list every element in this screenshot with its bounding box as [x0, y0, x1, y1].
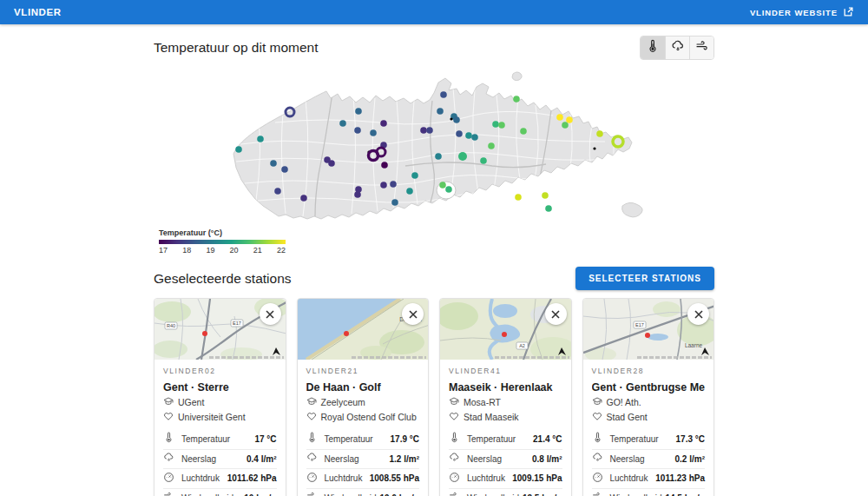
metric-value-temperature: 17.9 °C [391, 434, 419, 444]
metric-label: Neerslag [610, 454, 645, 464]
metric-label: Luchtdruk [181, 473, 220, 483]
select-stations-button[interactable]: SELECTEER STATIONS [575, 267, 714, 290]
station-dot[interactable] [596, 130, 603, 137]
school-icon [163, 396, 174, 408]
station-id: VLINDER21 [306, 367, 420, 375]
station-school: UGent [178, 397, 204, 407]
metric-label: Neerslag [467, 454, 502, 464]
toggle-temperature[interactable] [641, 36, 665, 59]
station-dot-inactive[interactable] [593, 147, 595, 149]
metric-value-temperature: 21.4 °C [533, 434, 562, 444]
station-dot[interactable] [270, 160, 277, 167]
station-metrics: Temperatuur 17.3 °C Neerslag 0.2 l/m² Lu… [592, 429, 706, 496]
remove-station-button[interactable] [687, 303, 709, 325]
map-islet [512, 72, 522, 81]
station-dot[interactable] [542, 192, 549, 199]
station-dot[interactable] [257, 136, 264, 142]
station-dot[interactable] [235, 146, 242, 153]
station-dot[interactable] [406, 188, 413, 195]
metric-label: Luchtdruk [467, 473, 505, 483]
station-metrics: Temperatuur 17.9 °C Neerslag 1.2 l/m² Lu… [306, 429, 420, 496]
station-dot[interactable] [498, 122, 505, 129]
station-dot[interactable] [380, 120, 387, 127]
station-minimap: De Haan [298, 299, 429, 360]
metric-value-precipitation: 0.2 l/m² [675, 454, 705, 464]
heart-icon [449, 411, 459, 423]
station-dot[interactable] [426, 127, 433, 134]
station-minimap: E17 Laarne [583, 299, 714, 360]
station-dot[interactable] [354, 127, 361, 134]
map-legend: Temperatuur (°C) 17 18 19 20 21 22 [159, 228, 286, 255]
station-dot[interactable] [445, 186, 452, 193]
station-dot[interactable] [465, 132, 472, 139]
station-dot[interactable] [515, 194, 522, 201]
station-dot[interactable] [488, 142, 495, 149]
station-dot[interactable] [453, 116, 460, 123]
station-school: Mosa-RT [464, 397, 501, 407]
wind-icon [306, 490, 318, 496]
station-dot-inactive[interactable] [450, 117, 452, 120]
station-dot[interactable] [411, 172, 418, 179]
station-dot[interactable] [339, 120, 346, 127]
legend-tick: 20 [230, 246, 239, 255]
station-location-marker [344, 331, 349, 336]
station-dot[interactable] [456, 130, 463, 137]
place-label: Laarne [684, 342, 702, 348]
station-dot[interactable] [566, 116, 573, 123]
station-dot[interactable] [420, 127, 427, 134]
station-dot[interactable] [439, 182, 446, 188]
app-title: VLINDER [14, 7, 62, 17]
station-dot[interactable] [328, 160, 335, 167]
remove-station-button[interactable] [402, 303, 424, 325]
legend-ticks: 17 18 19 20 21 22 [159, 246, 286, 255]
station-card-vlinder02: R40 E17 VLINDER02 Gent · Sterre UGent [154, 298, 286, 496]
website-link[interactable]: VLINDER WEBSITE [750, 6, 854, 19]
map-attribution [209, 356, 284, 359]
map-attribution [352, 356, 426, 359]
station-dot[interactable] [437, 108, 444, 115]
toggle-precipitation[interactable] [665, 36, 689, 59]
station-dot[interactable] [435, 153, 442, 160]
rain-cloud-icon [449, 451, 460, 466]
station-name: Gent · Gentbrugse Meersen [592, 381, 706, 393]
heart-icon [592, 411, 602, 423]
station-dot[interactable] [281, 166, 288, 173]
map-attribution [495, 356, 569, 359]
station-location-marker [645, 333, 650, 338]
station-dot[interactable] [440, 91, 447, 98]
station-dot[interactable] [354, 191, 361, 198]
close-icon [408, 309, 418, 320]
close-icon [694, 309, 704, 320]
map-attribution [637, 356, 712, 359]
wind-icon [449, 490, 460, 496]
metric-label: Temperatuur [181, 434, 230, 444]
station-dot[interactable] [391, 199, 398, 206]
website-link-label: VLINDER WEBSITE [750, 8, 838, 17]
station-dot[interactable] [545, 205, 552, 212]
station-dot[interactable] [300, 195, 307, 202]
toggle-wind[interactable] [689, 36, 713, 59]
station-dot[interactable] [520, 128, 527, 135]
station-dot[interactable] [556, 114, 563, 121]
station-dot[interactable] [492, 121, 499, 128]
external-link-icon [843, 6, 854, 19]
station-dot[interactable] [274, 188, 281, 195]
station-dot[interactable] [562, 122, 569, 129]
station-dot[interactable] [390, 181, 397, 188]
station-dot[interactable] [513, 96, 520, 103]
station-dot[interactable] [480, 157, 487, 164]
thermometer-icon [306, 431, 318, 446]
legend-tick: 17 [159, 246, 168, 255]
station-dot[interactable] [458, 152, 467, 161]
road-shield-label: A2 [519, 343, 525, 348]
remove-station-button[interactable] [545, 303, 567, 325]
station-dot[interactable] [471, 134, 478, 141]
station-dot[interactable] [380, 182, 387, 188]
station-dot[interactable] [370, 129, 377, 136]
remove-station-button[interactable] [260, 303, 281, 325]
station-name: Maaseik · Herenlaak [449, 381, 562, 393]
station-dot[interactable] [355, 108, 362, 115]
station-location-marker [502, 332, 507, 337]
station-dot[interactable] [381, 162, 388, 169]
metric-value-pressure: 1011.62 hPa [227, 473, 277, 483]
